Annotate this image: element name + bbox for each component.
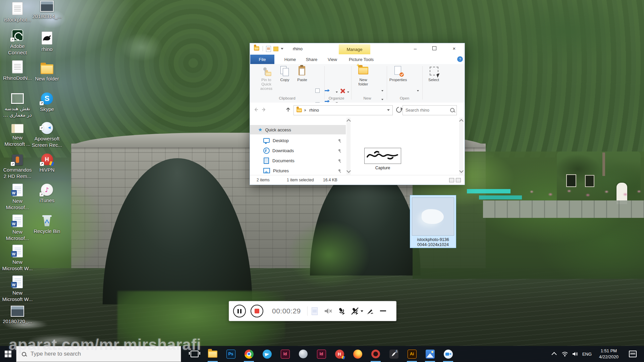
address-field[interactable]: rhino: [293, 105, 393, 115]
refresh-icon[interactable]: [395, 106, 403, 114]
desktop-icon-word-doc-4[interactable]: W New Microsoft W...: [1, 276, 34, 303]
tray-show-hidden-icons[interactable]: [550, 346, 559, 362]
recorder-minimize-button[interactable]: [380, 310, 386, 311]
maximize-button[interactable]: [427, 43, 442, 53]
taskbar-search[interactable]: [16, 346, 181, 362]
scroll-up-icon[interactable]: [346, 119, 351, 123]
properties-button[interactable]: Properties: [389, 65, 408, 98]
file-item-istockphoto-selected[interactable]: istockphoto-9136 0044-1024x1024: [410, 195, 456, 248]
address-dropdown-icon[interactable]: [387, 109, 390, 111]
desktop-icon-hivpn[interactable]: H HiVPN: [31, 154, 63, 173]
sidebar-scrollbar[interactable]: [346, 118, 351, 175]
tray-clock[interactable]: 1:51 PM 4/22/2020: [594, 346, 623, 362]
manage-contextual-tab[interactable]: Manage: [339, 44, 370, 54]
taskbar-browser[interactable]: [295, 346, 311, 362]
taskbar-indesign-2[interactable]: Id: [313, 346, 329, 362]
taskbar-artrage[interactable]: 6: [386, 346, 402, 362]
microphone-disabled-icon[interactable]: [351, 307, 359, 315]
scroll-down-icon[interactable]: [459, 169, 464, 173]
brush-annotation-icon[interactable]: [365, 307, 374, 315]
minimize-button[interactable]: –: [408, 43, 423, 53]
taskbar-hivpn[interactable]: H: [331, 346, 347, 362]
quick-access-toolbar-icon[interactable]: [266, 46, 271, 52]
desktop-icon-rhino[interactable]: rhino: [31, 32, 63, 53]
thumbnail-view-icon[interactable]: [456, 178, 461, 182]
action-center-button[interactable]: [626, 346, 639, 362]
select-button[interactable]: Select: [425, 65, 442, 98]
sidebar-item-pictures[interactable]: Pictures: [250, 166, 346, 175]
quick-access-toolbar-icon[interactable]: [273, 47, 278, 51]
desktop-icon-skype[interactable]: S Skype: [31, 93, 63, 113]
desktop-icon-20180314[interactable]: 20180314_...: [31, 1, 63, 20]
scroll-down-icon[interactable]: [346, 169, 351, 173]
start-button[interactable]: [0, 346, 16, 362]
close-button[interactable]: ×: [446, 43, 462, 53]
cut-button[interactable]: [315, 88, 320, 93]
task-view-button[interactable]: [186, 346, 203, 362]
speaker-muted-icon[interactable]: [324, 307, 332, 315]
desktop-icon-commandos[interactable]: Commandos 2 HD Rem...: [1, 154, 34, 180]
desktop-icon-adobe-connect[interactable]: Adobe Connect: [1, 29, 34, 56]
desktop-icon-new-folder[interactable]: New folder: [31, 62, 63, 82]
taskbar-photoshop[interactable]: Ps: [223, 346, 239, 362]
desktop-icon-istockphoto[interactable]: istockphot...: [1, 2, 34, 23]
desktop-icon-word-doc-1[interactable]: W New Microsof...: [1, 184, 34, 211]
file-item-capture[interactable]: Capture: [363, 148, 402, 171]
back-icon[interactable]: [253, 107, 259, 112]
forward-icon[interactable]: [261, 107, 267, 112]
tab-share[interactable]: Share: [302, 55, 321, 64]
easy-access-chevron-icon[interactable]: [381, 90, 383, 92]
taskbar-chrome[interactable]: [241, 346, 257, 362]
desktop-icon-word-doc-3[interactable]: W New Microsoft W...: [1, 245, 34, 272]
up-icon[interactable]: [285, 107, 291, 112]
taskbar-apowersoft[interactable]: [440, 346, 456, 362]
taskbar-indesign[interactable]: Id: [277, 346, 293, 362]
desktop-icon-rhinodotnet[interactable]: RhinoDotN...: [1, 60, 34, 81]
taskbar-opera[interactable]: [368, 346, 384, 362]
pause-button[interactable]: [233, 305, 246, 317]
tab-view[interactable]: View: [324, 55, 341, 64]
tab-file[interactable]: File: [250, 55, 274, 64]
taskbar-telegram[interactable]: [259, 346, 275, 362]
taskbar-search-input[interactable]: [30, 350, 159, 358]
sidebar-item-desktop[interactable]: Desktop: [250, 136, 346, 145]
delete-chevron-icon[interactable]: [347, 92, 349, 93]
search-input[interactable]: [405, 106, 446, 114]
desktop-icon-word-doc-2[interactable]: W New Microsof...: [1, 215, 34, 242]
taskbar-illustrator[interactable]: Ai: [404, 346, 420, 362]
tray-volume[interactable]: [570, 346, 580, 362]
copy-button[interactable]: Copy: [276, 65, 293, 98]
qat-customize-chevron-icon[interactable]: [281, 48, 283, 50]
desktop-icon-new-microsoft[interactable]: New Microsoft ...: [1, 122, 34, 147]
desktop-icon-apowersoft[interactable]: Apowersoft Screen Rec...: [31, 122, 63, 148]
sidebar-item-downloads[interactable]: Downloads: [250, 146, 346, 155]
tab-picture-tools[interactable]: Picture Tools: [346, 55, 377, 64]
mic-options-chevron-icon[interactable]: [361, 310, 363, 312]
tab-home[interactable]: Home: [281, 55, 300, 64]
title-bar[interactable]: rhino Manage – ×: [250, 43, 465, 55]
details-view-icon[interactable]: [449, 178, 454, 182]
taskbar-file-explorer[interactable]: [205, 346, 221, 362]
desktop-icon-itunes[interactable]: iTunes: [31, 184, 63, 204]
tray-wifi[interactable]: [560, 346, 570, 362]
scroll-up-icon[interactable]: [459, 119, 464, 123]
search-box[interactable]: [402, 105, 457, 115]
paste-button[interactable]: Paste: [294, 65, 311, 98]
move-to-chevron-icon[interactable]: [336, 92, 338, 93]
new-folder-button[interactable]: New folder: [354, 65, 373, 98]
pin-to-quick-access-button[interactable]: Pin to Quick access: [257, 65, 276, 98]
tray-language[interactable]: ENG: [581, 346, 593, 362]
task-panel-icon[interactable]: [312, 307, 318, 315]
microphone-icon[interactable]: [337, 307, 346, 315]
stop-button[interactable]: [251, 305, 263, 317]
help-icon[interactable]: ?: [457, 56, 463, 62]
taskbar-photos[interactable]: [422, 346, 438, 362]
taskbar-firefox[interactable]: [350, 346, 366, 362]
sidebar-item-quick-access[interactable]: ★ Quick access: [250, 125, 346, 134]
open-chevron-icon[interactable]: [417, 90, 419, 92]
file-area-scrollbar[interactable]: [459, 118, 463, 175]
desktop-icon-recycle-bin[interactable]: Recycle Bin: [31, 215, 63, 235]
desktop-icon-20180720[interactable]: 20180720_...: [1, 306, 34, 325]
desktop-icon-persian-shortcut[interactable]: نقش هندسه ... در معماری: [1, 91, 34, 118]
sidebar-item-documents[interactable]: Documents: [250, 156, 346, 165]
